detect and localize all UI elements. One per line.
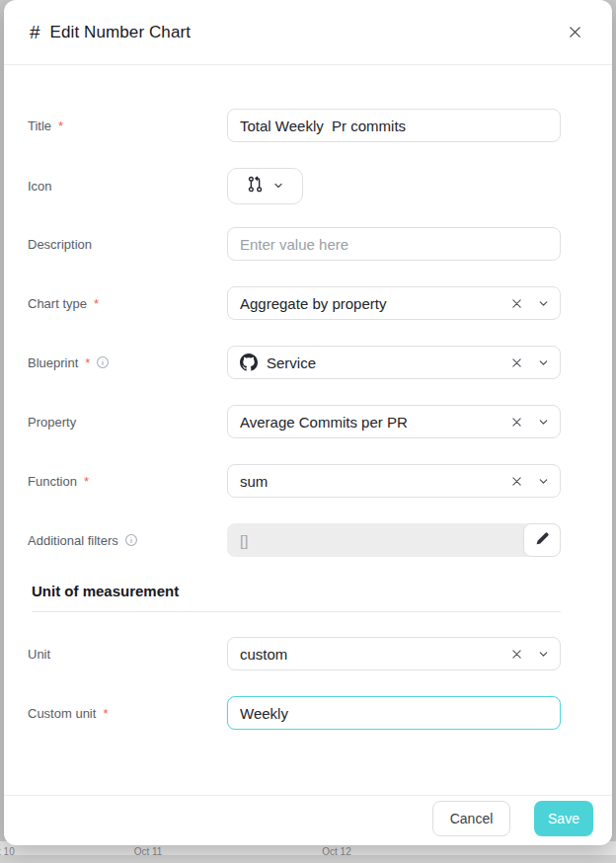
additional-filters-label: Additional filters — [28, 533, 227, 548]
chart-type-label: Chart type* — [28, 296, 227, 311]
clear-icon[interactable] — [510, 475, 523, 488]
form-row-icon: Icon — [28, 168, 561, 204]
modal-footer: Cancel Save — [4, 795, 612, 845]
info-icon[interactable] — [124, 533, 138, 547]
chart-type-select[interactable]: Aggregate by property — [227, 286, 561, 320]
icon-label: Icon — [28, 179, 227, 194]
form-row-title: Title* — [28, 109, 561, 142]
modal-title: Edit Number Chart — [50, 23, 191, 42]
cancel-button[interactable]: Cancel — [432, 801, 510, 836]
clear-icon[interactable] — [510, 356, 523, 369]
close-icon[interactable] — [561, 19, 588, 46]
form-row-custom-unit: Custom unit* — [28, 696, 561, 730]
github-icon — [240, 353, 258, 371]
form-row-function: Function* sum — [28, 464, 561, 498]
required-asterisk: * — [85, 355, 90, 370]
property-select[interactable]: Average Commits per PR — [227, 405, 561, 438]
required-asterisk: * — [58, 118, 63, 133]
section-divider — [32, 611, 561, 612]
chevron-down-icon[interactable] — [537, 297, 550, 310]
edit-filters-button[interactable] — [523, 523, 561, 557]
chart-type-value: Aggregate by property — [240, 295, 502, 312]
form-row-description: Description — [28, 227, 561, 261]
unit-label: Unit — [28, 647, 227, 662]
icon-picker-dropdown[interactable] — [227, 168, 303, 204]
property-label: Property — [28, 415, 227, 430]
info-icon[interactable] — [96, 355, 110, 369]
form-row-property: Property Average Commits per PR — [28, 405, 561, 438]
edit-number-chart-modal: # Edit Number Chart Title* Icon — [4, 0, 612, 845]
chevron-down-icon[interactable] — [537, 648, 550, 661]
property-value: Average Commits per PR — [240, 414, 502, 431]
form-row-chart-type: Chart type* Aggregate by property — [28, 286, 561, 320]
background-band — [0, 855, 616, 863]
clear-icon[interactable] — [510, 416, 523, 429]
save-button[interactable]: Save — [534, 801, 593, 836]
pencil-icon — [535, 531, 550, 549]
function-select[interactable]: sum — [227, 464, 561, 498]
unit-value: custom — [240, 646, 502, 663]
chevron-down-icon[interactable] — [537, 475, 550, 488]
description-input[interactable] — [227, 227, 561, 261]
modal-header: # Edit Number Chart — [4, 0, 612, 65]
chevron-down-icon[interactable] — [537, 416, 550, 429]
form-row-additional-filters: Additional filters — [28, 523, 561, 557]
blueprint-value: Service — [267, 354, 502, 371]
required-asterisk: * — [103, 706, 108, 721]
function-value: sum — [240, 473, 502, 490]
background-axis-label: Oct 10 — [0, 846, 15, 857]
background-axis-label: Oct 12 — [322, 846, 350, 857]
custom-unit-label: Custom unit* — [28, 706, 227, 721]
description-label: Description — [28, 237, 227, 252]
function-label: Function* — [28, 474, 227, 489]
form-row-blueprint: Blueprint* Service — [28, 346, 561, 379]
clear-icon[interactable] — [510, 297, 523, 310]
chevron-down-icon — [272, 178, 284, 196]
number-chart-icon: # — [30, 22, 40, 43]
custom-unit-input[interactable] — [227, 696, 561, 730]
git-pull-request-icon — [247, 176, 264, 196]
unit-select[interactable]: custom — [227, 637, 561, 670]
required-asterisk: * — [94, 296, 99, 311]
title-label: Title* — [28, 118, 227, 133]
section-heading-unit-of-measurement: Unit of measurement — [32, 583, 561, 599]
blueprint-label: Blueprint* — [28, 355, 227, 370]
background-axis-label: Oct 11 — [134, 846, 163, 857]
blueprint-select[interactable]: Service — [227, 346, 561, 379]
chevron-down-icon[interactable] — [537, 356, 550, 369]
clear-icon[interactable] — [510, 648, 523, 661]
modal-body: Title* Icon — [4, 65, 612, 795]
form-row-unit: Unit custom — [28, 637, 561, 670]
additional-filters-input — [227, 523, 561, 557]
title-input[interactable] — [227, 109, 561, 142]
required-asterisk: * — [84, 474, 89, 489]
